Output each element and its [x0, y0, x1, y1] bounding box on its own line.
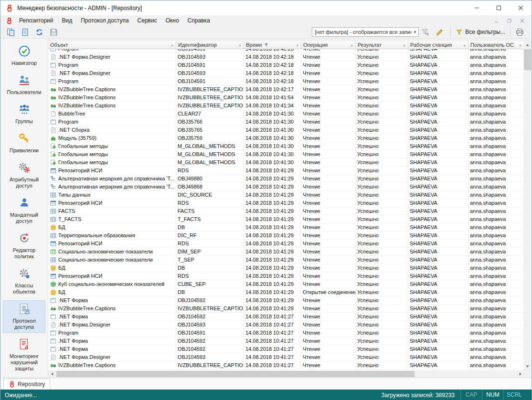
sidebar-item-users[interactable]: Пользователи: [3, 72, 45, 98]
id-cell: CUBE_SEP: [176, 280, 244, 288]
menu-help[interactable]: Справка: [183, 16, 214, 25]
chevron-down-icon[interactable]: ▼: [411, 28, 418, 36]
table-row[interactable]: .NET Форма.DesignerOBJ10459314.08.2018 1…: [48, 53, 524, 61]
table-row[interactable]: BubbleTreeCLEAR2714.08.2018 10:41:30Чтен…: [48, 110, 524, 118]
all-filters-button[interactable]: Все фильтры...: [454, 29, 507, 36]
table-row[interactable]: Социально-экономические показателиDIM_SE…: [48, 248, 524, 256]
save-button[interactable]: [47, 26, 60, 38]
column-header-time[interactable]: Время▲: [244, 41, 301, 49]
filter-dropdown[interactable]: [нет фильтра] - отображаются все записи …: [312, 27, 419, 37]
tab-repository[interactable]: Repository: [3, 379, 50, 389]
column-header-id[interactable]: Идентификатор▲: [176, 41, 244, 49]
table-row[interactable]: .NET ФормаOBJ10459214.08.2018 10:41:27Чт…: [48, 337, 524, 345]
table-row[interactable]: IVZBubbleTree.CaptionsIVZBUBBLETREE_CAPT…: [48, 94, 524, 102]
sidebar-item-groups[interactable]: Группы: [3, 101, 45, 127]
table-row[interactable]: IVZBubbleTree.CaptionsIVZBUBBLETREE_CAPT…: [48, 305, 524, 313]
table-row[interactable]: Глобальные методыM_GLOBAL_METHODS14.08.2…: [48, 150, 524, 158]
table-row[interactable]: ProgramOBJ10459114.08.2018 10:42:18Чтени…: [48, 61, 524, 69]
mdi-system-menu-icon[interactable]: [6, 17, 13, 24]
menu-repository[interactable]: Репозиторий: [15, 16, 58, 25]
table-row[interactable]: Альтернативная иерархия для справочника …: [48, 183, 524, 191]
table-row[interactable]: Территориальные образованияDIC_RF14.08.2…: [48, 232, 524, 240]
mdi-restore-icon[interactable]: [507, 18, 512, 23]
table-row[interactable]: ProgramOBJ10459114.08.2018 10:42:23Чтени…: [48, 49, 524, 53]
sidebar-item-monitoring[interactable]: Мониторинг нарушений защиты: [3, 336, 45, 375]
column-header-operation[interactable]: Операция▲: [301, 41, 356, 49]
os-user-cell: anna.shapaeva: [468, 280, 524, 288]
table-row[interactable]: .NET ФормаOBJ10459214.08.2018 10:41:29Чт…: [48, 296, 524, 305]
table-row[interactable]: ProgramOBJ10459114.08.2018 10:41:27Чтени…: [48, 329, 524, 337]
sidebar-item-navigator[interactable]: Навигатор: [3, 42, 45, 69]
column-filter-funnel-icon[interactable]: [264, 42, 269, 48]
id-cell: OBJ35766: [176, 118, 244, 126]
sidebar-item-object-classes[interactable]: Классы объектов: [3, 265, 45, 298]
minimize-button[interactable]: [466, 0, 488, 15]
menu-access-protocol[interactable]: Протокол доступа: [76, 16, 133, 25]
table-row[interactable]: Альтернативная иерархия для справочника …: [48, 175, 524, 183]
horizontal-scrollbar[interactable]: [48, 370, 524, 378]
sidebar-item-access-protocol[interactable]: Протокол доступа: [3, 300, 45, 333]
column-header-os-user[interactable]: Пользователь ОС▲: [468, 41, 524, 49]
table-row[interactable]: Репозиторий НСИRDS14.08.2018 10:41:29Чте…: [48, 272, 524, 280]
maximize-button[interactable]: [488, 0, 510, 15]
table-row[interactable]: IVZBubbleTree.CaptionsIVZBUBBLETREE_CAPT…: [48, 361, 524, 369]
sidebar-item-attr-access[interactable]: Атрибутный доступ: [3, 159, 45, 192]
table-row[interactable]: .NET Форма.DesignerOBJ10459314.08.2018 1…: [48, 69, 524, 77]
os-user-cell: anna.shapaeva: [468, 313, 524, 320]
table-row[interactable]: ProgramOBJ3576614.08.2018 10:41:30Чтение…: [48, 118, 524, 126]
table-row[interactable]: .NET Форма.DesignerOBJ10459314.08.2018 1…: [48, 321, 524, 329]
close-button[interactable]: [510, 0, 532, 15]
open-report-button[interactable]: [19, 26, 32, 38]
table-row[interactable]: Репозиторий НСИRDS14.08.2018 10:41:29Чте…: [48, 199, 524, 207]
table-row[interactable]: Глобальные методыM_GLOBAL_METHODS14.08.2…: [48, 142, 524, 150]
table-row[interactable]: БДDB14.08.2018 10:41:29ЧтениеУспешноSHAP…: [48, 223, 524, 232]
column-header-workstation[interactable]: Рабочая станция▲: [408, 41, 468, 49]
table-row[interactable]: .NET ФормаOBJ10459214.08.2018 10:41:27Чт…: [48, 345, 524, 353]
table-row[interactable]: Типы данныхDIC_SOURCE14.08.2018 10:41:29…: [48, 191, 524, 199]
scroll-up-arrow[interactable]: [523, 41, 532, 49]
horizontal-scroll-thumb[interactable]: [56, 371, 415, 377]
table-row[interactable]: T_FACTST_FACTS14.08.2018 10:41:29ЧтениеУ…: [48, 215, 524, 223]
table-row[interactable]: БДDB14.08.2018 10:41:29Открытие соединен…: [48, 288, 524, 296]
table-row[interactable]: IVZBubbleTree.CaptionsIVZBUBBLETREE_CAPT…: [48, 102, 524, 110]
menu-service[interactable]: Сервис: [133, 16, 161, 25]
menu-view[interactable]: Вид: [58, 16, 77, 25]
table-row[interactable]: ProgramOBJ10459114.08.2018 10:42:18Чтени…: [48, 77, 524, 85]
scroll-left-arrow[interactable]: [48, 370, 56, 378]
edit-filter-button[interactable]: [433, 26, 446, 38]
table-row[interactable]: Модуль (35759)OBJ3575914.08.2018 10:41:3…: [48, 134, 524, 142]
new-record-button[interactable]: [4, 26, 17, 38]
scroll-down-arrow[interactable]: [523, 362, 532, 370]
vertical-scrollbar[interactable]: [523, 41, 532, 370]
scroll-right-arrow[interactable]: [516, 370, 524, 378]
table-row[interactable]: Социально-экономические показателиT_SEP1…: [48, 256, 524, 264]
table-row[interactable]: Репозиторий НСИRDS14.08.2018 10:41:29Чте…: [48, 167, 524, 175]
vertical-scroll-thumb[interactable]: [524, 49, 531, 70]
menu-window[interactable]: Окно: [161, 16, 183, 25]
result-cell: Успешно: [356, 288, 408, 296]
doc-object-icon: [50, 321, 56, 328]
workstation-cell: SHAPAEVA: [408, 110, 468, 117]
clear-filter-button[interactable]: [419, 26, 432, 38]
table-row[interactable]: .NET СборкаOBJ3576514.08.2018 10:41:30Чт…: [48, 126, 524, 134]
table-row[interactable]: Глобальные методыM_GLOBAL_METHODS14.08.2…: [48, 158, 524, 167]
column-header-object[interactable]: Объект▲: [48, 41, 176, 49]
time-cell: 14.08.2018 10:41:29: [244, 191, 301, 199]
sidebar-item-label: Пользователи: [4, 89, 44, 95]
mdi-close-icon[interactable]: [520, 18, 525, 23]
table-row[interactable]: .NET ФормаOBJ10459214.08.2018 10:41:27Чт…: [48, 313, 524, 321]
refresh-button[interactable]: [33, 26, 46, 38]
sidebar-item-privileges[interactable]: Привилегии: [3, 130, 45, 157]
workstation-cell: SHAPAEVA: [408, 353, 468, 361]
column-header-result[interactable]: Результат▲: [356, 41, 408, 49]
table-row[interactable]: IVZBubbleTree.CaptionsIVZBUBBLETREE_CAPT…: [48, 85, 524, 94]
sidebar-item-mandatory-access[interactable]: Мандатный доступ: [3, 194, 45, 227]
mdi-minimize-icon[interactable]: [494, 18, 499, 23]
table-row[interactable]: .NET Форма.DesignerOBJ10459314.08.2018 1…: [48, 353, 524, 361]
table-row[interactable]: Репозиторий НСИRDS14.08.2018 10:41:29Чте…: [48, 240, 524, 248]
table-row[interactable]: Куб социально-экономических показателейC…: [48, 280, 524, 288]
print-button[interactable]: [513, 26, 526, 38]
table-row[interactable]: БДDB14.08.2018 10:41:29ЧтениеУспешноSHAP…: [48, 264, 524, 272]
sidebar-item-policy-editor[interactable]: Редактор политик: [3, 230, 45, 263]
table-row[interactable]: FACTSFACTS14.08.2018 10:41:29ЧтениеУспеш…: [48, 207, 524, 215]
